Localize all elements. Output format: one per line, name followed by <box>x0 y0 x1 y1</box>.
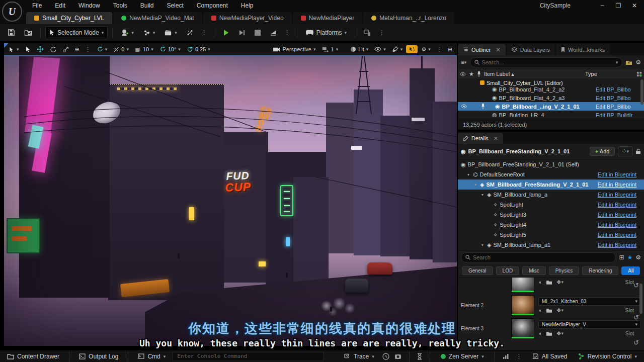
edit-in-blueprint-link[interactable]: Edit in Blueprint <box>598 192 644 198</box>
browse-to-icon[interactable] <box>546 308 552 313</box>
minimize-button[interactable]: – <box>598 2 607 9</box>
device-output-icon[interactable] <box>360 27 375 39</box>
material-options-icon[interactable]: ❖▾ <box>556 279 564 286</box>
component-tree[interactable]: ◉BP_Billboard_FreeStanding_V_2_1_01 (Sel… <box>458 159 644 250</box>
chip-physics[interactable]: Physics <box>549 266 579 275</box>
outliner-settings-icon[interactable]: ⚙ <box>635 59 641 66</box>
outliner-scrollbar[interactable] <box>640 79 643 105</box>
details-search-input[interactable] <box>473 254 611 260</box>
viewport-settings-dropdown[interactable]: ⚙▾ <box>419 45 433 54</box>
close-button[interactable]: ✕ <box>630 2 639 9</box>
edit-bp-link[interactable]: Edit BP_Billbo <box>596 95 644 101</box>
save-icon[interactable] <box>4 26 19 39</box>
menu-component[interactable]: Component <box>191 1 234 11</box>
output-log-button[interactable]: Output Log <box>76 352 121 361</box>
favorites-icon[interactable]: ★ <box>627 254 632 261</box>
edit-in-blueprint-link[interactable]: Edit in Blueprint <box>598 212 644 218</box>
tab-media-video[interactable]: NewMediaPlayer_Video <box>203 12 292 24</box>
component-view-dropdown[interactable]: ⁘▾ <box>618 146 632 156</box>
console-command-input[interactable] <box>173 352 324 361</box>
cinematics-dropdown[interactable]: ▾ <box>160 27 181 39</box>
tab-media-material[interactable]: NewMediaP_Video_Mat <box>113 12 202 24</box>
move-tool-icon[interactable] <box>34 45 46 54</box>
grid-snap-dropdown[interactable]: 10▾ <box>132 45 156 53</box>
edit-in-blueprint-link[interactable]: Edit in Blueprint <box>598 182 644 188</box>
tab-details[interactable]: Details ✕ <box>458 133 503 144</box>
revision-control-dropdown[interactable]: Revision Control▾ <box>575 352 640 361</box>
tree-row[interactable]: ✧SpotLight4 Edit in Blueprint <box>458 220 644 230</box>
add-actor-dropdown[interactable]: ▾ <box>117 26 137 39</box>
select-tool-icon[interactable] <box>23 45 33 53</box>
fx-icon[interactable] <box>183 27 197 39</box>
surface-snap-dropdown[interactable]: ▾ <box>94 45 110 53</box>
tree-row-selected[interactable]: ▾◈SM_Billboard_FreeStanding_V_2_1_01 Edi… <box>458 179 644 190</box>
chip-all[interactable]: All <box>621 266 640 275</box>
scale-snap-dropdown[interactable]: 0.25▾ <box>184 45 213 53</box>
outliner-search-input[interactable] <box>482 59 613 65</box>
add-component-button[interactable]: + + AddAdd <box>590 147 615 156</box>
material-thumbnail[interactable] <box>511 295 534 315</box>
content-drawer-button[interactable]: Content Drawer <box>4 352 62 361</box>
tree-row[interactable]: ✧SpotLight3 Edit in Blueprint <box>458 210 644 220</box>
rotation-snap-dropdown[interactable]: 10°▾ <box>157 45 183 53</box>
edit-in-blueprint-link[interactable]: Edit in Blueprint <box>598 222 644 228</box>
edit-in-blueprint-link[interactable]: Edit in Blueprint <box>598 232 644 238</box>
eject-button[interactable] <box>266 27 280 39</box>
tab-level[interactable]: Small_City_Cyber_LVL <box>26 12 112 24</box>
world-coordinate-icon[interactable]: ⊕ <box>72 45 82 54</box>
preview-dropdown[interactable]: ▾ <box>389 45 406 53</box>
level-viewport[interactable]: ▾ ⊕ ⋮ ▾ 0▾ 10▾ 10°▾ 0.25▾ Perspectiv <box>4 43 457 350</box>
edit-in-blueprint-link[interactable]: Edit in Blueprint <box>598 242 644 248</box>
details-search[interactable] <box>461 252 616 262</box>
show-flags-dropdown[interactable]: ▾ <box>372 46 388 53</box>
edit-bp-link[interactable]: Edit BP_Billbo <box>596 86 644 93</box>
outliner-row[interactable]: ◉BP_Billboard_Flat_4_2_a3 Edit BP_Billbo <box>458 94 644 102</box>
reset-icon[interactable]: ↺ <box>633 282 639 289</box>
edit-in-blueprint-link[interactable]: Edit in Blueprint <box>598 202 644 208</box>
menu-edit[interactable]: Edit <box>49 1 71 11</box>
all-saved-button[interactable]: All Saved <box>529 352 571 361</box>
close-tab-icon[interactable]: ✕ <box>496 47 501 53</box>
outliner-row[interactable]: ◉BP_Billboard_Flat_4_2_a2 Edit BP_Billbo <box>458 85 644 94</box>
tab-data-layers[interactable]: Data Layers <box>507 44 555 55</box>
tree-row-self[interactable]: ◉BP_Billboard_FreeStanding_V_2_1_01 (Sel… <box>458 159 644 169</box>
material-thumbnail[interactable] <box>511 277 534 292</box>
snapshot-icon[interactable] <box>394 353 401 359</box>
menu-select[interactable]: Select <box>160 1 189 11</box>
outliner-column-headers[interactable]: ★ Item Label ▴ Type <box>458 69 644 78</box>
tab-metahuman[interactable]: MetaHuman_..r_Lorenzo <box>363 12 454 24</box>
platforms-dropdown[interactable]: Platforms ▾ <box>302 27 350 39</box>
tree-row[interactable]: ▾◈SM_Billboard_lamp_a Edit in Blueprint <box>458 190 644 200</box>
screen-percentage-dropdown[interactable]: 1▾ <box>319 45 341 53</box>
tree-row[interactable]: ✧SpotLight5 Edit in Blueprint <box>458 230 644 240</box>
use-selected-icon[interactable]: ◖ <box>538 279 542 285</box>
selection-mode-dropdown[interactable]: Selection Mode ▾ <box>45 26 108 39</box>
outliner-row[interactable]: ◍BP_Bulding_LR_4 Edit BP_Buildir <box>458 111 644 117</box>
edit-bp-link[interactable]: Edit BP_Billbo <box>596 104 644 110</box>
scale-tool-icon[interactable] <box>60 45 71 54</box>
quad-view-icon[interactable]: ⊞ <box>445 45 455 54</box>
type-filter-icon[interactable] <box>636 71 642 77</box>
chip-general[interactable]: General <box>462 266 493 275</box>
tab-outliner[interactable]: Outliner ✕ <box>458 44 506 55</box>
cmd-dropdown[interactable]: Cmd▾ <box>135 352 169 361</box>
details-settings-icon[interactable]: ⚙ <box>635 254 641 261</box>
type-column[interactable]: Type <box>585 71 633 77</box>
menu-build[interactable]: Build <box>134 1 160 11</box>
tree-row[interactable]: ▾⌬DefaultSceneRoot Edit in Blueprint <box>458 169 644 179</box>
tab-media-player[interactable]: NewMediaPlayer <box>293 12 363 24</box>
browse-to-icon[interactable] <box>546 280 552 285</box>
tab-world-bookmarks[interactable]: World...kmarks <box>556 44 610 55</box>
stop-button[interactable] <box>251 27 264 38</box>
visible-eye-icon[interactable] <box>461 104 467 109</box>
add-folder-icon[interactable] <box>625 60 632 65</box>
tree-row[interactable]: ✧SpotLight Edit in Blueprint <box>458 200 644 210</box>
use-selected-icon[interactable]: ◖ <box>538 307 542 313</box>
maximize-button[interactable]: ❐ <box>614 2 623 9</box>
edit-in-blueprint-link[interactable]: Edit in Blueprint <box>598 171 644 177</box>
tree-row[interactable]: ▾◈SM_Billboard_lamp_a1 Edit in Blueprint <box>458 240 644 250</box>
camera-dropdown[interactable]: Perspective▾ <box>270 45 318 53</box>
edit-bp-link[interactable]: Edit BP_Buildir <box>596 112 644 117</box>
chip-rendering[interactable]: Rendering <box>582 266 618 275</box>
trace-dropdown[interactable]: Trace▾ <box>341 352 377 361</box>
